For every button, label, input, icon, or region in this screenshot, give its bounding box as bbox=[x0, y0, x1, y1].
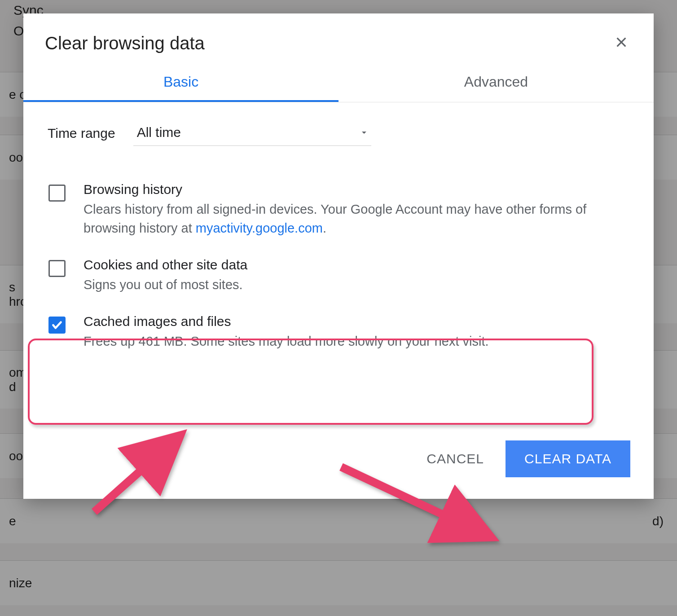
close-icon bbox=[614, 35, 629, 49]
checkbox-cookies[interactable] bbox=[48, 260, 66, 277]
option-desc: Signs you out of most sites. bbox=[84, 275, 629, 294]
chevron-down-icon bbox=[359, 127, 369, 138]
option-cookies: Cookies and other site data Signs you ou… bbox=[46, 257, 631, 294]
myactivity-link[interactable]: myactivity.google.com bbox=[196, 221, 323, 235]
option-text: Browsing history Clears history from all… bbox=[84, 182, 629, 238]
time-range-row: Time range All time bbox=[46, 120, 631, 146]
option-title: Cached images and files bbox=[84, 314, 629, 329]
cancel-button[interactable]: CANCEL bbox=[426, 451, 484, 466]
dialog-content: Time range All time Browsing history Cle… bbox=[23, 102, 654, 369]
close-button[interactable] bbox=[611, 31, 632, 55]
checkbox-cached[interactable] bbox=[48, 317, 66, 334]
tab-advanced[interactable]: Advanced bbox=[338, 64, 654, 102]
time-range-select[interactable]: All time bbox=[133, 120, 371, 146]
dialog-title: Clear browsing data bbox=[45, 33, 205, 53]
option-cached: Cached images and files Frees up 461 MB.… bbox=[46, 314, 631, 351]
time-range-label: Time range bbox=[48, 126, 115, 141]
tab-basic[interactable]: Basic bbox=[23, 64, 338, 102]
dialog-footer: CANCEL CLEAR DATA bbox=[23, 422, 654, 499]
clear-data-button[interactable]: CLEAR DATA bbox=[506, 440, 630, 477]
option-text: Cached images and files Frees up 461 MB.… bbox=[84, 314, 629, 351]
dialog-header: Clear browsing data bbox=[23, 13, 654, 64]
option-title: Cookies and other site data bbox=[84, 257, 629, 273]
tabs: Basic Advanced bbox=[23, 64, 654, 102]
option-browsing-history: Browsing history Clears history from all… bbox=[46, 182, 631, 238]
checkmark-icon bbox=[51, 319, 63, 331]
option-desc: Frees up 461 MB. Some sites may load mor… bbox=[84, 332, 629, 351]
clear-browsing-data-dialog: Clear browsing data Basic Advanced Time … bbox=[23, 13, 654, 499]
option-text: Cookies and other site data Signs you ou… bbox=[84, 257, 629, 294]
time-range-value: All time bbox=[137, 125, 181, 140]
option-desc: Clears history from all signed-in device… bbox=[84, 200, 629, 238]
option-title: Browsing history bbox=[84, 182, 629, 197]
checkbox-browsing-history[interactable] bbox=[48, 185, 66, 202]
